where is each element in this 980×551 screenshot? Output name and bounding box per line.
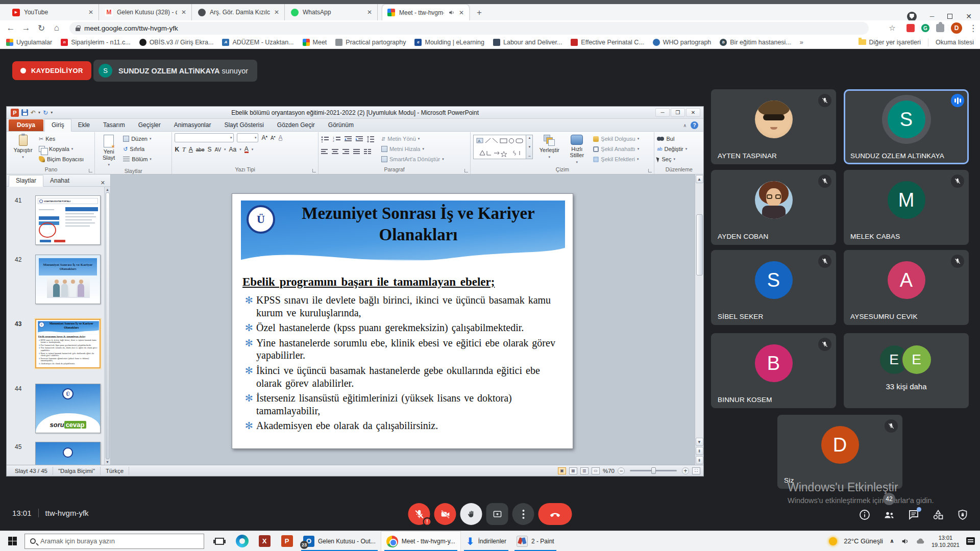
extensions-puzzle-icon[interactable] (936, 24, 944, 32)
shape-effects-button[interactable]: Şekil Efektleri▾ (593, 155, 639, 163)
camera-toggle-button[interactable] (434, 503, 456, 525)
other-bookmarks[interactable]: Diğer yer işaretleri (859, 39, 921, 46)
font-name-select[interactable]: ▾ (175, 133, 234, 142)
new-slide-button[interactable]: Yeni Slayt▾ (97, 133, 120, 168)
previous-slide-icon[interactable]: ⇞ (696, 447, 703, 455)
tab-animasyonlar[interactable]: Animasyonlar (167, 119, 218, 131)
bold-button[interactable]: K (175, 146, 179, 153)
layout-button[interactable]: Düzen▾ (123, 135, 152, 143)
qat-menu-caret[interactable]: ▾ (51, 110, 53, 115)
taskbar-outlook[interactable]: O23 Gelen Kutusu - Out... (298, 531, 381, 551)
dialog-launcher-icon[interactable] (312, 169, 316, 172)
minimize-window-icon[interactable]: ─ (930, 13, 935, 20)
align-left-icon[interactable] (321, 149, 328, 155)
italic-button[interactable]: T (182, 146, 186, 154)
next-slide-icon[interactable]: ⇟ (696, 456, 703, 464)
more-participants-tile[interactable]: E E 33 kişi daha (844, 333, 969, 408)
shapes-gallery[interactable]: A (473, 135, 526, 159)
participant-tile-ayten[interactable]: AYTEN TASPiNAR (711, 89, 836, 164)
zoom-out-icon[interactable]: − (618, 467, 625, 474)
numbering-icon[interactable]: 12 (333, 136, 340, 142)
panel-tab-anahat[interactable]: Anahat (43, 176, 76, 186)
slide-thumbnail-41[interactable]: UZAKTAN EĞİTİM PORTALI (35, 195, 101, 245)
tab-damla[interactable]: Arş. Gör. Damla Kızılca ÇAKALOZ ✕ (193, 4, 285, 20)
bookmark-star-icon[interactable]: ☆ (885, 23, 900, 33)
zoom-slider-thumb[interactable] (651, 467, 656, 474)
taskbar-paint[interactable]: 2 - Paint (511, 531, 559, 551)
copy-button[interactable]: Kopyala▾ (39, 145, 84, 153)
tab-giris[interactable]: Giriş (44, 119, 71, 132)
slide-scrollbar[interactable]: ▲ ▼ ⇞ ⇟ (695, 174, 703, 465)
clear-formatting-icon[interactable]: A̲ (279, 134, 283, 141)
grow-font-icon[interactable]: A▴ (261, 134, 267, 141)
bookmark-hastane[interactable]: bBir eğitim hastanesi... (720, 39, 791, 46)
bookmark-n11[interactable]: nSiparişlerim - n11.c... (61, 39, 130, 46)
justify-icon[interactable] (353, 149, 360, 155)
increase-indent-icon[interactable] (356, 136, 363, 142)
save-icon[interactable] (21, 109, 28, 116)
character-spacing-button[interactable]: AV (214, 147, 221, 153)
taskbar-downloads[interactable]: ⬇ İndirilenler (461, 531, 511, 551)
align-center-icon[interactable] (332, 149, 338, 155)
tab-meet-active[interactable]: Meet - ttw-hvgm-yfk ✕ (382, 4, 470, 20)
action-center-icon[interactable] (966, 537, 975, 545)
panel-tab-slaytlar[interactable]: Slaytlar (9, 175, 43, 187)
line-spacing-icon[interactable] (367, 136, 374, 142)
undo-icon[interactable]: ↶ (31, 109, 36, 116)
columns-icon[interactable] (364, 149, 371, 155)
taskbar-search-box[interactable]: Aramak için buraya yazın (24, 534, 204, 549)
weather-text[interactable]: 22°C Güneşli (844, 537, 883, 545)
profile-avatar[interactable]: D (951, 22, 962, 34)
underline-button[interactable]: A (189, 146, 193, 153)
align-right-icon[interactable] (342, 149, 349, 155)
host-controls-icon[interactable] (957, 509, 969, 521)
scroll-thumb[interactable] (696, 214, 703, 276)
slide-thumbnail-42[interactable]: Mezuniyet Sonrası İş ve Kariyer Olanakla… (35, 255, 101, 304)
arrange-button[interactable]: Yerleştir▾ (536, 133, 562, 160)
meeting-details-icon[interactable] (859, 509, 871, 521)
bookmarks-overflow-chevron[interactable]: » (800, 39, 803, 46)
more-options-button[interactable] (512, 503, 534, 525)
help-icon[interactable]: ? (691, 121, 698, 129)
menu-dots-icon[interactable]: ⋮ (969, 23, 976, 34)
ppt-restore-icon[interactable]: ❒ (671, 108, 685, 117)
shapes-scroll[interactable]: ▲▼═ (526, 135, 533, 159)
bookmark-obis[interactable]: OBİS.v3 // Giriş Ekra... (139, 39, 214, 46)
bookmark-perinatal[interactable]: Effective Perinatal C... (571, 39, 644, 46)
participant-tile-binnur[interactable]: B BINNUR KOSEM (711, 333, 836, 408)
start-button[interactable] (0, 531, 24, 551)
find-button[interactable]: Bul (657, 135, 687, 143)
format-painter-button[interactable]: Biçim Boyacısı (39, 155, 84, 163)
minimize-ribbon-icon[interactable]: ∧ (683, 123, 687, 128)
zoom-in-icon[interactable]: + (682, 467, 689, 474)
tab-whatsapp[interactable]: WhatsApp ✕ (286, 4, 378, 20)
taskbar-powerpoint[interactable]: P (276, 531, 298, 551)
undo-caret[interactable]: ▾ (38, 110, 40, 115)
end-call-button[interactable] (538, 503, 572, 525)
tab-youtube[interactable]: ▶ YouTube ✕ (7, 4, 99, 20)
slideshow-view-icon[interactable]: ▭ (592, 467, 600, 474)
convert-smartart-button[interactable]: SmartArt'a Dönüştür▾ (381, 155, 444, 163)
participant-tile-aysesumru[interactable]: A AYSESUMRU CEVIK (844, 250, 969, 325)
taskbar-edge[interactable] (231, 531, 253, 551)
scroll-down-icon[interactable]: ▼ (696, 438, 703, 446)
fit-to-window-icon[interactable]: ⛶ (692, 467, 700, 474)
participant-tile-ayden[interactable]: AYDEN COBAN (711, 170, 836, 245)
paste-button[interactable]: Yapıştır▾ (10, 133, 36, 160)
participant-tile-melek[interactable]: M MELEK CABAS (844, 170, 969, 245)
activities-icon[interactable] (932, 509, 944, 521)
shrink-font-icon[interactable]: A▾ (271, 135, 276, 141)
panel-close-icon[interactable]: ✕ (97, 180, 108, 186)
redo-icon[interactable]: ↻ (43, 109, 48, 116)
panel-scrollbar[interactable]: ▲▼ (104, 187, 110, 465)
self-tile[interactable]: D Siz (777, 415, 902, 489)
align-text-button[interactable]: Metni Hizala▾ (381, 145, 444, 153)
quick-styles-button[interactable]: HızlıStiller▾ (566, 133, 588, 165)
taskbar-excel[interactable]: X (253, 531, 276, 551)
bookmark-partography[interactable]: Practical partography (335, 39, 406, 46)
tray-expand-icon[interactable]: ∧ (890, 538, 894, 544)
change-case-button[interactable]: Aa (229, 146, 237, 153)
dialog-launcher-icon[interactable] (648, 169, 652, 172)
tab-close-icon[interactable]: ✕ (181, 9, 186, 16)
weather-sun-icon[interactable] (829, 537, 837, 545)
